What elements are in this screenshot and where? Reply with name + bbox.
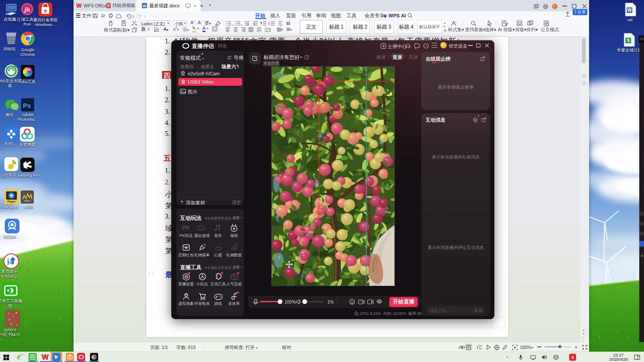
- svg-text:?: ?: [425, 44, 427, 48]
- svg-text:Ps: Ps: [23, 102, 31, 109]
- svg-text:Player: Player: [7, 200, 16, 204]
- svg-text:W: W: [628, 8, 632, 13]
- svg-text:W: W: [143, 4, 147, 8]
- svg-text:S: S: [627, 38, 630, 43]
- svg-text:AIZB-3: AIZB-3: [24, 200, 31, 202]
- svg-text:OBS: OBS: [25, 68, 30, 71]
- svg-text:e: e: [44, 8, 47, 14]
- svg-text:jh: jh: [24, 6, 30, 13]
